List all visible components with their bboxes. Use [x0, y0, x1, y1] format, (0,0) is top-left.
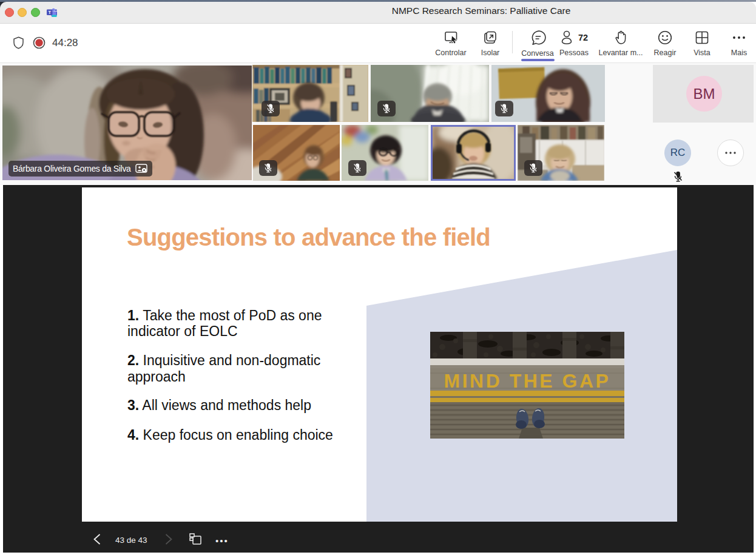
svg-text:T: T [48, 10, 51, 15]
svg-text:72: 72 [578, 33, 588, 42]
svg-text:MIND THE GAP: MIND THE GAP [444, 370, 611, 392]
